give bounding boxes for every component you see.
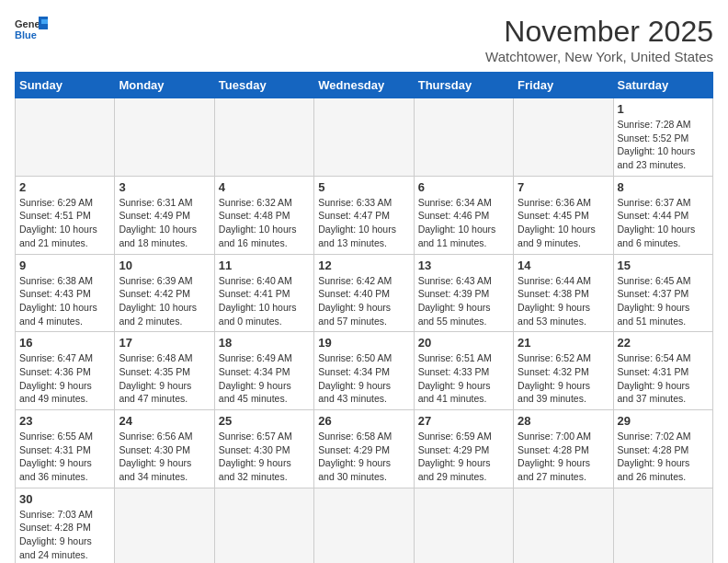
calendar-week-row: 30Sunrise: 7:03 AM Sunset: 4:28 PM Dayli… — [16, 488, 713, 563]
calendar-week-row: 1Sunrise: 7:28 AM Sunset: 5:52 PM Daylig… — [16, 98, 713, 177]
weekday-header-sunday: Sunday — [16, 73, 115, 98]
calendar-cell: 24Sunrise: 6:56 AM Sunset: 4:30 PM Dayli… — [115, 410, 214, 488]
calendar-cell: 9Sunrise: 6:38 AM Sunset: 4:43 PM Daylig… — [16, 254, 115, 332]
calendar-cell — [214, 488, 313, 563]
weekday-header-thursday: Thursday — [414, 73, 513, 98]
weekday-header-wednesday: Wednesday — [314, 73, 414, 98]
day-number: 20 — [418, 336, 509, 350]
weekday-header-tuesday: Tuesday — [214, 73, 313, 98]
day-info: Sunrise: 6:45 AM Sunset: 4:37 PM Dayligh… — [618, 274, 709, 328]
calendar-cell — [314, 98, 414, 177]
day-info: Sunrise: 6:44 AM Sunset: 4:38 PM Dayligh… — [518, 274, 609, 328]
day-info: Sunrise: 6:54 AM Sunset: 4:31 PM Dayligh… — [618, 351, 709, 406]
calendar-cell: 14Sunrise: 6:44 AM Sunset: 4:38 PM Dayli… — [514, 254, 613, 332]
day-number: 15 — [618, 259, 709, 272]
day-info: Sunrise: 6:52 AM Sunset: 4:32 PM Dayligh… — [518, 351, 609, 406]
calendar-cell: 26Sunrise: 6:58 AM Sunset: 4:29 PM Dayli… — [314, 410, 414, 488]
calendar-cell: 12Sunrise: 6:42 AM Sunset: 4:40 PM Dayli… — [314, 254, 414, 332]
calendar-cell: 22Sunrise: 6:54 AM Sunset: 4:31 PM Dayli… — [613, 332, 712, 410]
day-number: 23 — [19, 414, 110, 428]
day-number: 26 — [318, 414, 409, 428]
day-info: Sunrise: 6:31 AM Sunset: 4:49 PM Dayligh… — [119, 196, 210, 250]
calendar-cell — [414, 98, 513, 177]
calendar-cell: 21Sunrise: 6:52 AM Sunset: 4:32 PM Dayli… — [514, 332, 613, 410]
calendar-cell — [314, 488, 414, 563]
day-info: Sunrise: 6:56 AM Sunset: 4:30 PM Dayligh… — [119, 430, 210, 484]
calendar-cell: 3Sunrise: 6:31 AM Sunset: 4:49 PM Daylig… — [115, 176, 214, 254]
day-number: 11 — [219, 259, 310, 272]
day-number: 24 — [119, 414, 210, 428]
location-title: Watchtower, New York, United States — [485, 49, 713, 64]
day-info: Sunrise: 6:40 AM Sunset: 4:41 PM Dayligh… — [219, 274, 310, 328]
day-info: Sunrise: 6:29 AM Sunset: 4:51 PM Dayligh… — [19, 196, 110, 250]
calendar-cell — [115, 98, 214, 177]
day-number: 18 — [219, 336, 310, 350]
day-info: Sunrise: 6:50 AM Sunset: 4:34 PM Dayligh… — [318, 351, 409, 406]
logo: General Blue — [15, 15, 48, 40]
day-info: Sunrise: 7:28 AM Sunset: 5:52 PM Dayligh… — [618, 118, 709, 172]
day-number: 3 — [119, 180, 210, 194]
calendar-cell: 23Sunrise: 6:55 AM Sunset: 4:31 PM Dayli… — [16, 410, 115, 488]
calendar-cell: 27Sunrise: 6:59 AM Sunset: 4:29 PM Dayli… — [414, 410, 513, 488]
weekday-header-monday: Monday — [115, 73, 214, 98]
calendar-cell — [16, 98, 115, 177]
calendar-cell: 8Sunrise: 6:37 AM Sunset: 4:44 PM Daylig… — [613, 176, 712, 254]
day-number: 10 — [119, 259, 210, 272]
calendar-cell: 5Sunrise: 6:33 AM Sunset: 4:47 PM Daylig… — [314, 176, 414, 254]
day-info: Sunrise: 6:58 AM Sunset: 4:29 PM Dayligh… — [318, 430, 409, 484]
day-info: Sunrise: 6:38 AM Sunset: 4:43 PM Dayligh… — [19, 274, 110, 328]
calendar-week-row: 9Sunrise: 6:38 AM Sunset: 4:43 PM Daylig… — [16, 254, 713, 332]
page-header: General Blue November 2025 Watchtower, N… — [15, 15, 713, 64]
day-info: Sunrise: 6:55 AM Sunset: 4:31 PM Dayligh… — [19, 430, 110, 484]
day-number: 12 — [318, 259, 409, 272]
calendar-cell — [514, 98, 613, 177]
day-number: 6 — [418, 180, 509, 194]
day-number: 17 — [119, 336, 210, 350]
calendar-cell: 18Sunrise: 6:49 AM Sunset: 4:34 PM Dayli… — [214, 332, 313, 410]
day-info: Sunrise: 6:59 AM Sunset: 4:29 PM Dayligh… — [418, 430, 509, 484]
day-info: Sunrise: 7:03 AM Sunset: 4:28 PM Dayligh… — [19, 508, 110, 562]
day-number: 16 — [19, 336, 110, 350]
weekday-header-saturday: Saturday — [613, 73, 712, 98]
day-info: Sunrise: 6:37 AM Sunset: 4:44 PM Dayligh… — [618, 196, 709, 250]
calendar-cell: 15Sunrise: 6:45 AM Sunset: 4:37 PM Dayli… — [613, 254, 712, 332]
calendar-cell: 1Sunrise: 7:28 AM Sunset: 5:52 PM Daylig… — [613, 98, 712, 177]
calendar-cell: 25Sunrise: 6:57 AM Sunset: 4:30 PM Dayli… — [214, 410, 313, 488]
day-number: 25 — [219, 414, 310, 428]
calendar-cell: 13Sunrise: 6:43 AM Sunset: 4:39 PM Dayli… — [414, 254, 513, 332]
day-number: 5 — [318, 180, 409, 194]
day-number: 9 — [19, 259, 110, 272]
calendar-cell: 10Sunrise: 6:39 AM Sunset: 4:42 PM Dayli… — [115, 254, 214, 332]
day-number: 14 — [518, 259, 609, 272]
day-number: 1 — [618, 102, 709, 116]
calendar-week-row: 2Sunrise: 6:29 AM Sunset: 4:51 PM Daylig… — [16, 176, 713, 254]
day-info: Sunrise: 6:36 AM Sunset: 4:45 PM Dayligh… — [518, 196, 609, 250]
logo-icon: General Blue — [15, 15, 48, 40]
calendar-cell — [214, 98, 313, 177]
calendar-cell: 16Sunrise: 6:47 AM Sunset: 4:36 PM Dayli… — [16, 332, 115, 410]
day-info: Sunrise: 6:42 AM Sunset: 4:40 PM Dayligh… — [318, 274, 409, 328]
day-info: Sunrise: 6:48 AM Sunset: 4:35 PM Dayligh… — [119, 351, 210, 406]
day-info: Sunrise: 6:39 AM Sunset: 4:42 PM Dayligh… — [119, 274, 210, 328]
day-info: Sunrise: 6:51 AM Sunset: 4:33 PM Dayligh… — [418, 351, 509, 406]
calendar-cell: 30Sunrise: 7:03 AM Sunset: 4:28 PM Dayli… — [16, 488, 115, 563]
day-number: 27 — [418, 414, 509, 428]
day-info: Sunrise: 6:32 AM Sunset: 4:48 PM Dayligh… — [219, 196, 310, 250]
calendar-cell: 20Sunrise: 6:51 AM Sunset: 4:33 PM Dayli… — [414, 332, 513, 410]
svg-text:Blue: Blue — [15, 29, 37, 40]
day-number: 19 — [318, 336, 409, 350]
title-area: November 2025 Watchtower, New York, Unit… — [485, 15, 713, 64]
weekday-header-row: SundayMondayTuesdayWednesdayThursdayFrid… — [16, 73, 713, 98]
calendar-cell: 19Sunrise: 6:50 AM Sunset: 4:34 PM Dayli… — [314, 332, 414, 410]
day-info: Sunrise: 6:47 AM Sunset: 4:36 PM Dayligh… — [19, 351, 110, 406]
day-info: Sunrise: 6:34 AM Sunset: 4:46 PM Dayligh… — [418, 196, 509, 250]
svg-marker-3 — [41, 19, 48, 24]
weekday-header-friday: Friday — [514, 73, 613, 98]
day-number: 22 — [618, 336, 709, 350]
calendar-cell — [613, 488, 712, 563]
calendar-cell — [115, 488, 214, 563]
day-number: 4 — [219, 180, 310, 194]
calendar-cell: 29Sunrise: 7:02 AM Sunset: 4:28 PM Dayli… — [613, 410, 712, 488]
day-number: 13 — [418, 259, 509, 272]
month-title: November 2025 — [485, 15, 713, 49]
